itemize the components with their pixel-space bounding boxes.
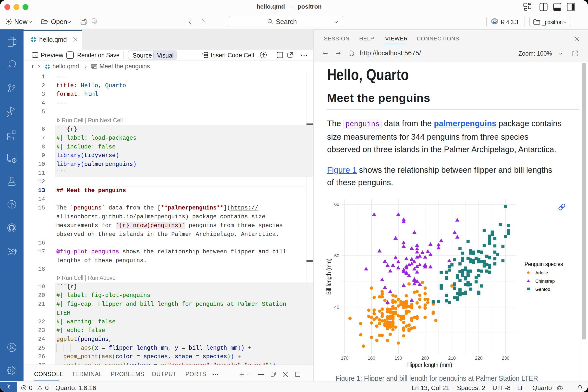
svg-text:170: 170 [341, 356, 348, 361]
svg-text:Penguin species: Penguin species [524, 261, 563, 267]
svg-text:190: 190 [394, 356, 402, 361]
svg-text:210: 210 [448, 356, 456, 361]
svg-text:R: R [493, 19, 497, 24]
svg-text:220: 220 [475, 356, 483, 361]
svg-text:Bill length (mm): Bill length (mm) [325, 258, 332, 295]
svg-text:Gentoo: Gentoo [535, 287, 550, 292]
svg-text:Chinstrap: Chinstrap [535, 278, 555, 284]
svg-text:230: 230 [502, 356, 509, 361]
svg-text:180: 180 [368, 356, 375, 361]
svg-text:60: 60 [334, 202, 339, 207]
svg-text:40: 40 [334, 304, 339, 310]
svg-text:50: 50 [334, 253, 339, 258]
svg-text:Adelie: Adelie [535, 270, 548, 276]
svg-text:200: 200 [422, 356, 429, 361]
svg-text:Flipper length (mm): Flipper length (mm) [406, 362, 452, 368]
